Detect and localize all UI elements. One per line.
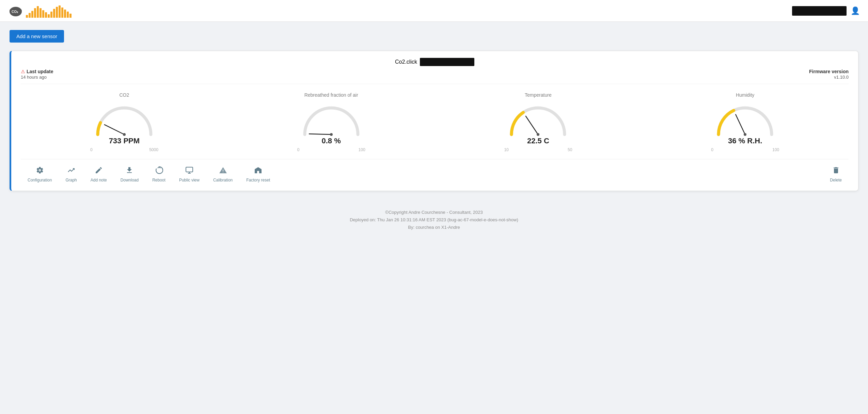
svg-line-6 [309,134,331,134]
last-update-time: 14 hours ago [21,75,47,80]
actions-row: Configuration Graph Add note Download Re… [21,159,849,191]
gauge-label-humidity: Humidity [736,92,754,98]
graph-label: Graph [65,178,77,182]
sensor-name-redacted [420,58,474,66]
monitor-icon [185,166,193,176]
logo-area: CO₂ [8,4,72,18]
svg-point-11 [744,133,746,136]
gauge-range-co2: 0 5000 [90,147,158,152]
calibration-label: Calibration [213,178,233,182]
download-button[interactable]: Download [114,163,145,185]
graph-button[interactable]: Graph [59,163,83,185]
gauge-rebreathed: Rebreathed fraction of air 0.8 % 0 100 [228,92,435,152]
svg-point-7 [330,133,333,136]
delete-label: Delete [830,178,842,182]
card-header: Co2.click [21,58,849,66]
sensor-name-label: Co2.click [395,59,417,65]
add-sensor-button[interactable]: Add a new sensor [10,30,64,43]
footer-line3: By: courchea on X1-Andre [0,224,868,231]
header-right: 👤 [792,6,860,16]
co2-cloud-icon: CO₂ [8,4,23,18]
gauge-min-co2: 0 [90,147,93,152]
header: CO₂ 👤 [0,0,868,22]
factory_reset-button[interactable]: Factory reset [239,163,277,185]
gauge-label-rebreathed: Rebreathed fraction of air [304,92,358,98]
gauge-min-temperature: 10 [504,147,508,152]
svg-rect-15 [186,167,193,172]
configuration-label: Configuration [28,178,52,182]
footer-line2: Deployed on: Thu Jan 26 10:31:16 AM EST … [0,216,868,224]
add_note-label: Add note [91,178,107,182]
gauge-label-temperature: Temperature [525,92,552,98]
gauge-max-temperature: 50 [568,147,572,152]
svg-point-5 [123,133,126,136]
scale-icon [219,166,227,176]
note-icon [95,166,103,176]
gauges-row: CO2 733 PPM 0 5000 Rebreathed fraction o… [21,84,849,155]
gauge-svg-wrap-co2 [90,100,158,138]
gauge-min-humidity: 0 [711,147,713,152]
sensor-card: Co2.click ⚠Last update 14 hours ago Firm… [10,51,858,191]
gauge-co2: CO2 733 PPM 0 5000 [21,92,228,152]
warning-icon: ⚠ [21,69,25,74]
gauge-min-rebreathed: 0 [297,147,300,152]
last-update: ⚠Last update 14 hours ago [21,69,53,80]
reboot-button[interactable]: Reboot [145,163,172,185]
gauge-range-temperature: 10 50 [504,147,572,152]
firmware-version: v1.10.0 [834,75,849,80]
factory_reset-label: Factory reset [246,178,270,182]
trash-icon [832,166,840,176]
last-update-label: Last update [27,69,53,74]
card-meta: ⚠Last update 14 hours ago Firmware versi… [21,69,849,84]
firmware-label: Firmware version [809,69,849,74]
main-content: Add a new sensor Co2.click ⚠Last update … [0,22,868,199]
bar-chart-logo [26,4,72,18]
gear-icon [36,166,44,176]
graph-icon [67,166,75,176]
gauge-temperature: Temperature 22.5 C 10 50 [435,92,642,152]
gauge-label-co2: CO2 [119,92,129,98]
gauge-max-rebreathed: 100 [359,147,365,152]
gauge-range-rebreathed: 0 100 [297,147,365,152]
gauge-range-humidity: 0 100 [711,147,779,152]
reboot-icon [155,166,163,176]
delete-button[interactable]: Delete [823,163,849,185]
svg-point-12 [39,170,41,171]
add_note-button[interactable]: Add note [84,163,114,185]
public_view-button[interactable]: Public view [172,163,206,185]
configuration-button[interactable]: Configuration [21,163,59,185]
gauge-svg-wrap-humidity [711,100,779,138]
user-icon: 👤 [851,6,860,15]
svg-line-4 [105,125,124,134]
factory-icon [254,166,262,176]
gauge-humidity: Humidity 36 % R.H. 0 100 [642,92,849,152]
gauge-svg-wrap-rebreathed [297,100,365,138]
download-icon [125,166,133,176]
footer-line1: ©Copyright Andre Courchesne - Consultant… [0,209,868,216]
sensor-name-area: Co2.click [395,58,474,66]
gauge-max-co2: 5000 [149,147,158,152]
gauge-max-humidity: 100 [772,147,779,152]
gauge-svg-wrap-temperature [504,100,572,138]
svg-point-9 [537,133,539,136]
calibration-button[interactable]: Calibration [206,163,239,185]
download-label: Download [121,178,139,182]
header-redacted-box [792,6,847,16]
svg-text:CO₂: CO₂ [12,10,18,14]
svg-line-8 [526,116,538,134]
reboot-label: Reboot [152,178,165,182]
firmware-info: Firmware version v1.10.0 [809,69,849,80]
footer: ©Copyright Andre Courchesne - Consultant… [0,199,868,237]
svg-line-10 [736,114,745,134]
public_view-label: Public view [179,178,200,182]
